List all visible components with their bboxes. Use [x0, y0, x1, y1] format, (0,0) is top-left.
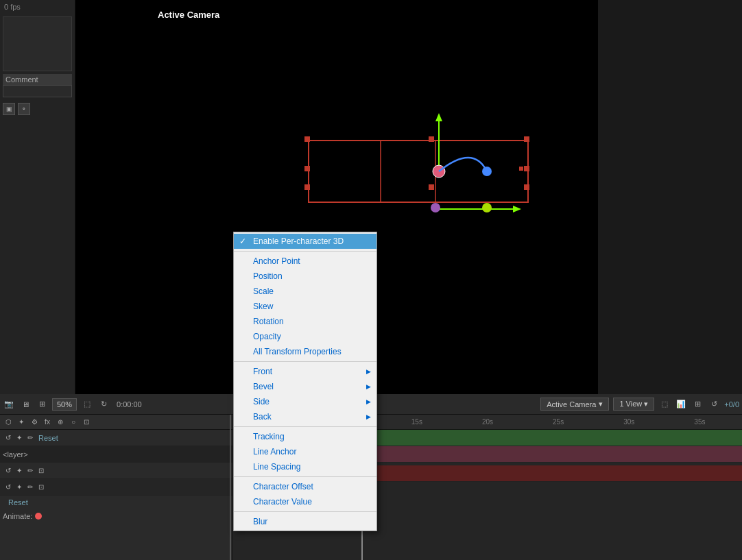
layer-panel: ⬡ ✦ ⚙ fx ⊕ ○ ⊡ ↺ ✦ ✏ Reset <layer> ↺ ✦ ✏… [0, 415, 233, 560]
ruler-mark-30s: 30s [594, 418, 665, 426]
layer-icon-star[interactable]: ✦ [16, 417, 27, 428]
layer-3-icon-extra[interactable]: ⊡ [36, 465, 47, 476]
tl-camera-icon[interactable]: 📷 [3, 398, 15, 411]
menu-item-scale[interactable]: Scale [234, 284, 376, 299]
menu-separator-11 [234, 426, 376, 427]
tl-icon-a[interactable]: ⬚ [658, 398, 671, 411]
layer-4-icon-extra[interactable]: ⊡ [36, 482, 47, 493]
menu-item-line-anchor[interactable]: Line Anchor [234, 444, 376, 459]
layer-4-icon-b[interactable]: ✦ [14, 482, 25, 493]
menu-item-position[interactable]: Position [234, 269, 376, 284]
layer-icon-eye[interactable]: ⊡ [81, 417, 92, 428]
tl-monitor-icon[interactable]: 🖥 [19, 398, 32, 411]
svg-rect-10 [524, 166, 529, 171]
layer-4-icon-a[interactable]: ↺ [3, 482, 14, 493]
layer-row-4: ↺ ✦ ✏ ⊡ [0, 479, 232, 496]
layer-3-icon-b[interactable]: ✦ [14, 465, 25, 476]
active-camera-label: Active Camera [158, 10, 219, 20]
menu-item-side[interactable]: Side [234, 394, 376, 409]
menu-separator-16 [234, 511, 376, 512]
menu-item-bevel[interactable]: Bevel [234, 379, 376, 394]
menu-item-line-spacing[interactable]: Line Spacing [234, 459, 376, 474]
layer-4-icon-pen[interactable]: ✏ [25, 482, 36, 493]
svg-rect-3 [304, 136, 310, 142]
tl-view-select[interactable]: 1 View ▾ [613, 398, 654, 411]
layer-3-icon-pen[interactable]: ✏ [25, 465, 36, 476]
svg-rect-6 [524, 184, 529, 190]
layer-icon-adjust[interactable]: ⚙ [29, 417, 40, 428]
sidebar-icon-row: ▣ ⚬ [0, 100, 75, 118]
layer-1-icon-b[interactable]: ✦ [14, 433, 25, 443]
layer-icon-mask[interactable]: ⬡ [3, 417, 14, 428]
ruler-mark-35s: 35s [665, 418, 735, 426]
sidebar-icon-2[interactable]: ⚬ [18, 103, 30, 115]
menu-item-blur[interactable]: Blur [234, 514, 376, 529]
menu-item-character-offset[interactable]: Character Offset [234, 479, 376, 494]
menu-separator-14 [234, 476, 376, 477]
menu-item-skew[interactable]: Skew [234, 299, 376, 314]
comment-area: Comment [3, 74, 72, 97]
reset-btn-1[interactable]: Reset [36, 433, 61, 443]
tl-plusminus: +0/0 [724, 400, 739, 409]
ruler-mark-25s: 25s [523, 418, 594, 426]
svg-rect-5 [524, 136, 529, 142]
menu-separator-0 [234, 251, 376, 252]
layer-icon-blend[interactable]: ⊕ [55, 417, 66, 428]
timeline-marker-line [230, 415, 231, 560]
tl-loop-icon[interactable]: ↻ [97, 398, 110, 411]
layer-row-2: <layer> [0, 446, 232, 463]
svg-point-17 [431, 203, 440, 212]
fps-label: 0 fps [0, 0, 75, 14]
menu-item-tracking[interactable]: Tracking [234, 429, 376, 444]
layer-icon-fx[interactable]: fx [42, 417, 53, 428]
menu-separator-7 [234, 361, 376, 362]
menu-item-character-value[interactable]: Character Value [234, 494, 376, 509]
comment-label: Comment [3, 74, 72, 85]
tl-grid-icon[interactable]: ⊞ [36, 398, 48, 411]
menu-item-enable-per-character-3d[interactable]: Enable Per-character 3D [234, 234, 376, 249]
animate-record-btn[interactable] [35, 513, 42, 520]
animate-row: Animate: [0, 509, 232, 523]
reset-btn-2[interactable]: Reset [5, 497, 227, 508]
reset-row-2: Reset [0, 496, 232, 509]
svg-marker-14 [513, 206, 521, 212]
svg-rect-19 [519, 167, 523, 171]
tl-icon-c[interactable]: ⊞ [691, 398, 704, 411]
layer-label: <layer> [3, 450, 28, 459]
layer-1-icon-a[interactable]: ↺ [3, 433, 14, 443]
view-select-chevron: ▾ [644, 400, 648, 408]
tl-arrow-icon[interactable]: ⬚ [81, 398, 93, 411]
svg-rect-8 [429, 184, 434, 190]
sidebar-icon-1[interactable]: ▣ [3, 103, 15, 115]
info-box [3, 16, 72, 71]
svg-point-16 [482, 167, 492, 176]
menu-item-opacity[interactable]: Opacity [234, 329, 376, 344]
svg-rect-4 [304, 184, 310, 190]
svg-rect-7 [429, 136, 434, 142]
tl-timecode[interactable]: 0:00:00 [114, 399, 145, 410]
view-select-label: 1 View [619, 400, 642, 408]
camera-select-chevron: ▾ [599, 400, 603, 409]
menu-item-all-transform-properties[interactable]: All Transform Properties [234, 344, 376, 359]
ruler-mark-15s: 15s [381, 418, 452, 426]
layer-1-icon-pen[interactable]: ✏ [25, 433, 36, 443]
tl-zoom-percent[interactable]: 50% [52, 398, 77, 411]
tl-camera-select[interactable]: Active Camera ▾ [540, 398, 609, 411]
comment-input[interactable] [3, 85, 72, 97]
svg-rect-9 [304, 166, 310, 171]
layer-toolbar: ⬡ ✦ ⚙ fx ⊕ ○ ⊡ [0, 415, 232, 430]
menu-item-anchor-point[interactable]: Anchor Point [234, 254, 376, 269]
menu-item-back[interactable]: Back [234, 409, 376, 424]
layer-row-1: ↺ ✦ ✏ Reset [0, 430, 232, 446]
layer-3-icon-a[interactable]: ↺ [3, 465, 14, 476]
layer-icon-circle[interactable]: ○ [68, 417, 79, 428]
svg-marker-12 [435, 113, 442, 121]
svg-point-18 [482, 203, 492, 212]
tl-icon-b[interactable]: 📊 [675, 398, 687, 411]
context-menu: Enable Per-character 3DAnchor PointPosit… [233, 232, 377, 531]
menu-item-rotation[interactable]: Rotation [234, 314, 376, 329]
layer-row-3: ↺ ✦ ✏ ⊡ [0, 463, 232, 479]
tl-refresh-icon[interactable]: ↺ [708, 398, 720, 411]
menu-item-front[interactable]: Front [234, 364, 376, 379]
camera-select-label: Active Camera [547, 400, 596, 409]
